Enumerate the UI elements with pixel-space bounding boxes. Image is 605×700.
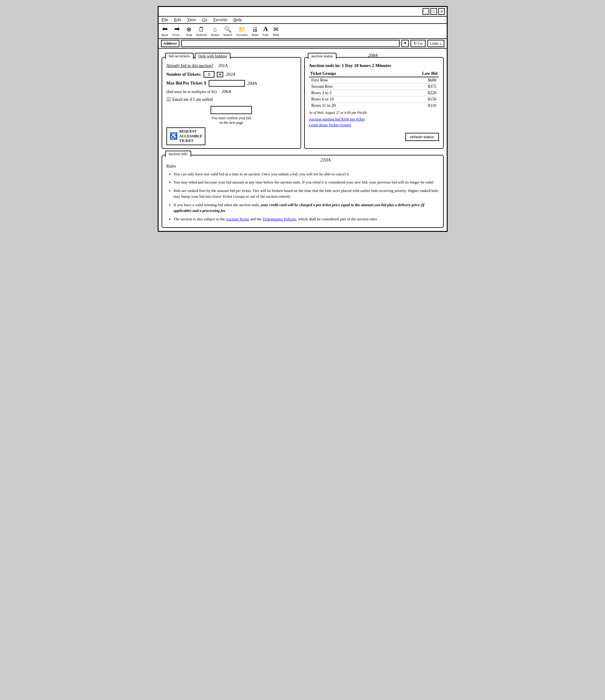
refresh-button[interactable]: 🗒 Refresh: [196, 26, 207, 36]
address-label: Address: [161, 40, 179, 47]
home-button[interactable]: ⌂ Home: [211, 26, 219, 36]
table-row: Second Row$375: [309, 83, 439, 90]
number-of-tickets-id: 202A: [226, 72, 235, 77]
close-button[interactable]: ✕: [438, 8, 445, 15]
already-bid-link[interactable]: Already bid in this auction?: [166, 64, 214, 68]
rule-5: The auction is also subject to the Aucti…: [174, 216, 439, 222]
max-bid-label: Max Bid Per Ticket: $: [166, 81, 206, 86]
auction-info-panel: auction info 210A Rules You can only hav…: [162, 155, 444, 228]
ticket-group-cell: Rows 3 to 5: [309, 90, 390, 96]
table-row: Rows 3 to 5$220: [309, 90, 439, 96]
auction-panel-tabs: auction status 208A: [308, 53, 338, 59]
favorite-button[interactable]: 📁 Favorite: [237, 26, 248, 36]
address-bar: Address ▼ ↻ Go Links »: [159, 39, 447, 49]
col-low-bid: Low Bid: [390, 71, 439, 77]
auction-status-panel: auction status 208A Auction ends in: 1 D…: [304, 57, 444, 149]
low-bid-cell: $110: [390, 103, 439, 109]
stop-button[interactable]: ⊗ Stop: [186, 26, 192, 36]
ticketmaster-policies-link[interactable]: Ticketmaster Policies,: [263, 217, 297, 221]
browser-window: _ □ ✕ File Edit View Go Favorite Help ⬅ …: [158, 6, 447, 232]
go-button[interactable]: ↻ Go: [410, 40, 426, 47]
search-button[interactable]: 🔍 Search: [223, 26, 232, 36]
links-button[interactable]: Links »: [428, 40, 444, 47]
bid-note: (Bid must be in multiples of $5): [166, 89, 217, 94]
auction-ends: Auction ends in: 1 Day 18 hours 2 Minute…: [309, 63, 439, 68]
bid-panel-tabs: bid on tickets Help with bidding: [165, 53, 232, 59]
rule-1: You can only have one valid bid at a tim…: [174, 171, 439, 177]
bottom-auction-id: 210A: [320, 157, 331, 163]
menu-go[interactable]: Go: [202, 18, 207, 22]
menu-file[interactable]: File: [162, 18, 168, 22]
minimize-button[interactable]: _: [422, 8, 429, 15]
table-row: Rows 11 to 20$110: [309, 103, 439, 109]
menu-help[interactable]: Help: [234, 18, 242, 22]
tab-bid-on-tickets[interactable]: bid on tickets: [165, 53, 194, 59]
low-bid-cell: $375: [390, 83, 439, 90]
menu-edit[interactable]: Edit: [174, 18, 181, 22]
low-bid-cell: $150: [390, 96, 439, 103]
mail-button[interactable]: ✉ Mail: [273, 26, 279, 36]
window-controls: _ □ ✕: [422, 8, 445, 15]
maximize-button[interactable]: □: [430, 8, 437, 15]
max-bid-input[interactable]: [209, 80, 245, 86]
number-of-tickets-label: Number of Tickets:: [166, 72, 201, 77]
accessible-icon: ♿: [169, 132, 177, 140]
menu-view[interactable]: View: [187, 18, 196, 22]
toolbar: ⬅ Back ➡ Forw... ⊗ Stop 🗒 Refresh ⌂ Home…: [159, 24, 447, 39]
font-button[interactable]: A Font: [263, 26, 268, 36]
refresh-arrow-icon: ↻: [413, 41, 417, 46]
menu-favorite[interactable]: Favorite: [213, 18, 227, 22]
email-checkbox[interactable]: ☑: [166, 97, 171, 102]
mail-icon: ✉: [273, 26, 279, 32]
address-input[interactable]: [181, 40, 400, 47]
low-bid-cell: $600: [390, 77, 439, 83]
print-icon: 🖨: [252, 26, 258, 32]
print-button[interactable]: 🖨 Print: [252, 26, 258, 36]
submit-note: You must confirm your bid on the next pa…: [212, 116, 251, 125]
menu-bar: File Edit View Go Favorite Help: [159, 17, 447, 24]
ticket-group-cell: Rows 6 to 10: [309, 96, 390, 103]
top-panels: bid on tickets Help with bidding Already…: [162, 52, 444, 149]
back-icon: ⬅: [162, 26, 168, 32]
search-icon: 🔍: [224, 26, 232, 32]
rules-list: You can only have one valid bid at a tim…: [166, 171, 439, 222]
forward-icon: ➡: [174, 26, 180, 32]
refresh-icon: 🗒: [198, 26, 204, 32]
low-bid-cell: $220: [390, 90, 439, 96]
main-content: bid on tickets Help with bidding Already…: [159, 49, 447, 231]
rule-3: Bids are ranked first by the amount bid …: [174, 188, 439, 200]
forward-button[interactable]: ➡ Forw...: [172, 26, 182, 36]
bottom-content: Rules You can only have one valid bid at…: [166, 164, 439, 222]
accessible-ticket-text: REQUEST ACCESSIBLE TICKET: [179, 129, 202, 143]
email-label: Email me if I am outbid: [172, 97, 213, 102]
stop-icon: ⊗: [186, 26, 192, 32]
table-row: Rows 6 to 10$150: [309, 96, 439, 103]
starting-bid-link[interactable]: Auction starting bid $100 per ticket: [309, 117, 439, 122]
submit-area: You must confirm your bid on the next pa…: [166, 106, 296, 125]
tickets-dropdown[interactable]: ▼: [217, 72, 223, 77]
learn-link[interactable]: Learn about Ticket Groups: [309, 123, 439, 127]
col-ticket-groups: Ticket Groups: [309, 71, 390, 77]
already-bid-id: 201A: [218, 63, 228, 68]
ticket-groups-table: Ticket Groups Low Bid First Row$600Secon…: [309, 71, 439, 109]
font-icon: A: [263, 26, 268, 32]
max-bid-row: Max Bid Per Ticket: $ 204A: [166, 80, 296, 86]
refresh-status-button[interactable]: refresh status: [405, 133, 439, 141]
bid-note-id: 206A: [221, 89, 231, 94]
submit-bid-button[interactable]: [211, 106, 251, 114]
back-button[interactable]: ⬅ Back: [162, 26, 169, 36]
tab-help-with-bidding[interactable]: Help with bidding: [195, 53, 231, 59]
number-of-tickets-input[interactable]: [203, 71, 214, 78]
tab-auction-status[interactable]: auction status: [308, 53, 337, 59]
as-of-text: As of Wed, August 27 at 4:00 pm Pacific: [309, 110, 439, 115]
accessible-ticket-button[interactable]: ♿ REQUEST ACCESSIBLE TICKET: [166, 127, 205, 145]
auction-terms-link[interactable]: Auction Terms: [226, 217, 249, 221]
address-dropdown[interactable]: ▼: [402, 40, 409, 47]
max-bid-id: 204A: [247, 81, 257, 86]
favorite-icon: 📁: [238, 26, 246, 32]
tab-auction-info[interactable]: auction info: [165, 151, 191, 157]
ticket-group-cell: Second Row: [309, 83, 390, 90]
rule-4: If you have a valid winning bid when the…: [174, 202, 439, 214]
ticket-group-cell: First Row: [309, 77, 390, 83]
home-icon: ⌂: [213, 26, 217, 32]
